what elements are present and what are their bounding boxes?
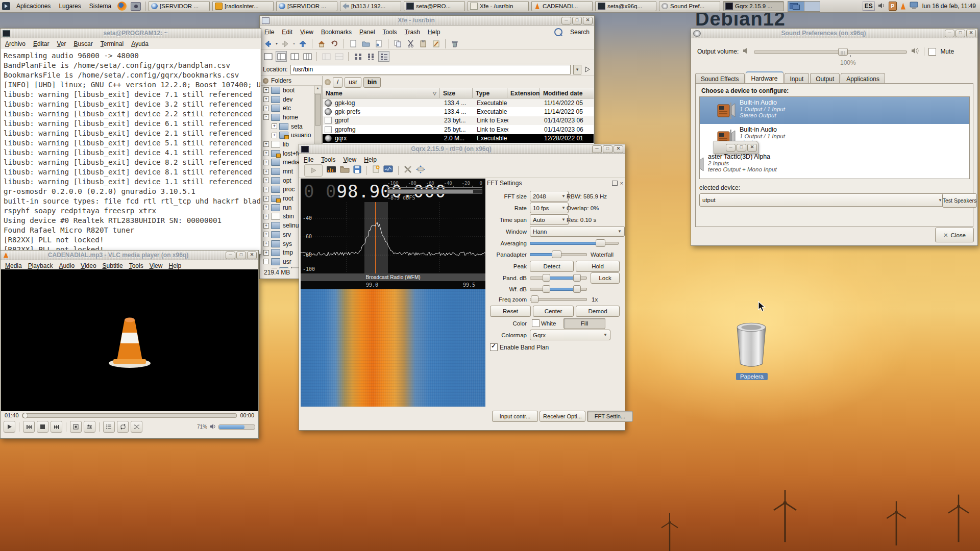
sound-titlebar[interactable]: Sound Preferences (on x96q) ─□✕ (691, 29, 977, 38)
close-button[interactable]: ✕ (583, 17, 593, 24)
keyboard-layout-indicator[interactable]: ES (863, 2, 875, 11)
taskbar-button[interactable]: seta@PRO... (404, 1, 465, 11)
tree-item[interactable]: + seta (262, 122, 322, 131)
minimize-button[interactable]: ─ (945, 30, 954, 37)
tree-item-label[interactable]: run (283, 204, 291, 211)
wf-db-range-slider[interactable] (530, 285, 587, 293)
tree-expander[interactable]: + (263, 232, 269, 237)
taskbar-button[interactable]: Sound Pref... (659, 1, 720, 11)
tree-expander[interactable]: + (263, 151, 269, 156)
menu-editar[interactable]: Editar (33, 40, 49, 47)
file-row[interactable]: gpk-log 133.4 ... Executable 11/14/2022 … (323, 98, 594, 107)
next-button[interactable] (51, 421, 62, 433)
tree-item-label[interactable]: lib (283, 141, 289, 148)
maximize-button[interactable]: □ (603, 145, 612, 153)
tree-expander[interactable]: + (263, 160, 269, 165)
tree-expander[interactable]: + (272, 133, 277, 138)
workspace-switcher[interactable] (788, 1, 820, 12)
seek-slider[interactable] (22, 413, 237, 418)
menu-media[interactable]: Media (5, 262, 22, 269)
clock[interactable]: lun 16 de feb, 11:49 (922, 3, 976, 10)
pand-db-range-slider[interactable] (530, 273, 587, 282)
tree-expander[interactable]: + (263, 141, 269, 147)
trash-label[interactable]: Papelera (736, 373, 768, 380)
menu-tools[interactable]: Tools (383, 29, 397, 36)
menu-lugares[interactable]: Lugares (55, 0, 85, 12)
taskbar-button[interactable]: Xfe - /usr/bin (468, 1, 529, 11)
vlc-tray-icon[interactable] (900, 3, 906, 10)
minimize-button[interactable]: ─ (561, 17, 571, 24)
volume-slider-handle[interactable] (838, 48, 848, 56)
close-button[interactable]: ✕ (614, 145, 623, 153)
seek-handle[interactable] (22, 413, 28, 418)
float-panel-icon[interactable] (612, 181, 618, 186)
detail-list-icon[interactable] (378, 51, 389, 62)
start-dsp-button[interactable] (304, 164, 323, 177)
tree-item-label[interactable]: boot (283, 87, 295, 94)
maximize-button[interactable]: □ (737, 144, 746, 152)
tree-expander[interactable]: - (263, 259, 269, 264)
path-usr-button[interactable]: usr (345, 77, 361, 88)
dock-tab[interactable]: Receiver Opti... (540, 411, 585, 422)
pandapter[interactable]: -40 -60 -80 -100 (301, 202, 485, 273)
fft-size-combo[interactable]: 2048▼ (530, 191, 569, 202)
tree-item-label[interactable]: proc (283, 186, 295, 193)
tree-item[interactable]: + boot (262, 86, 322, 95)
tree-item-label[interactable]: dev (283, 96, 292, 103)
maximize-button[interactable]: □ (572, 17, 582, 24)
close-panel-icon[interactable]: × (620, 180, 623, 186)
tree-expander[interactable]: - (263, 114, 269, 120)
tree-expander[interactable]: + (263, 106, 269, 111)
clipboard-tray-icon[interactable]: P (889, 2, 897, 11)
tree-item[interactable]: - home (262, 113, 322, 122)
tree-expander[interactable]: + (263, 250, 269, 256)
new-folder-icon[interactable] (361, 39, 371, 48)
tree-expander[interactable]: + (263, 223, 269, 229)
tree-item-label[interactable]: tmp (283, 249, 293, 256)
iq-tool-icon[interactable] (326, 165, 336, 176)
menu-aplicaciones[interactable]: Aplicaciones (12, 0, 55, 12)
speaker-icon[interactable] (209, 422, 216, 432)
extended-settings-button[interactable] (84, 421, 95, 433)
menu-panel[interactable]: Panel (359, 29, 375, 36)
tree-item-label[interactable]: home (283, 114, 298, 121)
tree-item-label[interactable]: seta (291, 123, 303, 130)
close-button[interactable]: ✕ (966, 30, 976, 37)
xfe-search-label[interactable]: Search (570, 29, 590, 36)
main-menu-icon[interactable] (2, 2, 10, 10)
taskbar-button[interactable]: CADENADI... (531, 1, 593, 11)
new-file-icon[interactable] (348, 39, 358, 48)
play-button[interactable] (4, 421, 15, 433)
location-dropdown-icon[interactable]: ▾ (573, 65, 581, 74)
menu-buscar[interactable]: Buscar (74, 40, 92, 47)
menu-view[interactable]: View (300, 29, 313, 36)
save-icon[interactable] (353, 165, 361, 176)
maximize-button[interactable]: □ (955, 30, 965, 37)
tree-expander[interactable]: + (263, 214, 269, 219)
taskbar-button[interactable]: [radiosInter... (212, 1, 274, 11)
bookmark-icon[interactable] (372, 165, 380, 176)
tree-item[interactable]: + etc (262, 104, 322, 113)
open-file-icon[interactable] (340, 165, 350, 175)
volume-tray-icon[interactable] (878, 2, 886, 11)
tree-item-label[interactable]: sys (283, 240, 292, 247)
stop-button[interactable] (37, 421, 48, 433)
menu-tools[interactable]: Tools (129, 262, 143, 269)
xfe-titlebar[interactable]: Xfe - /usr/bin ─□✕ (260, 16, 594, 26)
rate-combo[interactable]: 10 fps▼ (530, 203, 569, 213)
menu-playback[interactable]: Playback (28, 262, 53, 269)
refresh-icon[interactable] (329, 39, 339, 48)
menu-view[interactable]: View (343, 156, 356, 163)
menu-trash[interactable]: Trash (405, 29, 420, 36)
menu-ver[interactable]: Ver (57, 40, 66, 47)
menu-help[interactable]: Help (428, 29, 440, 36)
tree-item-label[interactable]: opt (283, 177, 291, 184)
demod-button[interactable]: Demod (576, 306, 620, 317)
cut-icon[interactable] (405, 39, 415, 48)
tree-item-label[interactable]: etc (283, 105, 291, 112)
mute-checkbox[interactable] (928, 48, 936, 56)
deselect-icon[interactable] (325, 79, 331, 85)
small-icons-icon[interactable] (365, 52, 376, 61)
forward-dropdown-icon[interactable]: ▾ (293, 41, 295, 46)
taskbar-button[interactable]: seta@x96q... (595, 1, 656, 11)
